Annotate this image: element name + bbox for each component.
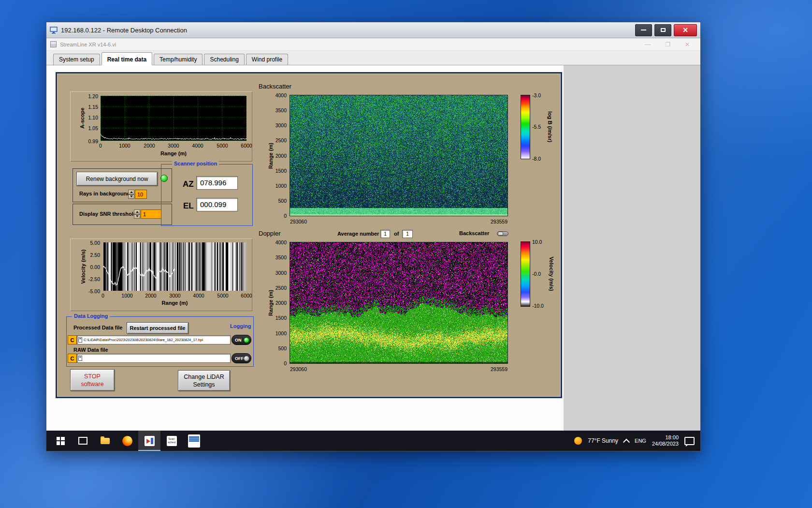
tick-label: 1000: [116, 143, 133, 149]
spinner-up-icon[interactable]: [128, 190, 134, 194]
backscatter-display-toggle[interactable]: [497, 231, 508, 236]
app-title: StreamLine XR v14-6.vi: [60, 42, 116, 47]
tick-label: -10.0: [532, 303, 544, 309]
weather-text[interactable]: 77°F Sunny: [588, 437, 618, 444]
average-number-field[interactable]: 1: [380, 230, 390, 238]
raw-logging-toggle[interactable]: OFF: [232, 353, 251, 363]
close-icon: ✕: [682, 27, 688, 33]
document-lines-icon: [188, 434, 200, 448]
raw-drive-box[interactable]: C: [68, 354, 77, 363]
backscatter-heatmap-canvas: [290, 95, 508, 216]
processed-logging-toggle[interactable]: ON: [232, 335, 251, 345]
rays-spinner[interactable]: [128, 190, 134, 199]
average-count-field: 1: [402, 230, 413, 238]
tick-label: 2000: [276, 153, 287, 159]
spinner-down-icon[interactable]: [128, 194, 134, 199]
toggle-knob: [498, 232, 503, 236]
rays-in-background-label: Rays in background: [79, 191, 130, 196]
start-button[interactable]: [49, 431, 72, 451]
snr-value-field[interactable]: 1: [141, 209, 161, 219]
tick-label: 1.15: [88, 104, 98, 110]
backscatter-x-start: 293060: [290, 219, 307, 224]
tick-label: 2500: [276, 137, 287, 143]
labview-app-icon: [145, 436, 155, 446]
rdp-maximize-button[interactable]: [654, 24, 671, 36]
tab-temp-humidity[interactable]: Temp/humidity: [154, 54, 203, 65]
spinner-down-icon[interactable]: [134, 214, 140, 219]
backscatter-toggle-label: Backscatter: [459, 230, 489, 236]
scanner-position-group: Scanner position AZ 078.996 EL 000.099: [161, 164, 253, 226]
tick-label: 1000: [276, 330, 287, 336]
real-time-data-panel: A-scope 1.20 1.15 1.10 1.05 0.99 0: [56, 72, 562, 398]
spinner-up-icon[interactable]: [134, 209, 140, 214]
tick-label: 1500: [276, 315, 287, 321]
rdp-window: 192.168.0.122 - Remote Desktop Connectio…: [46, 22, 701, 451]
rdp-titlebar[interactable]: 192.168.0.122 - Remote Desktop Connectio…: [46, 22, 700, 38]
data-logging-group: Data Logging Processed Data file Restart…: [66, 316, 254, 367]
a-scope-x-ticks: 0 1000 2000 3000 4000 5000 6000: [101, 143, 246, 149]
processed-path-field[interactable]: C:\LiDAR\Data\Proc\2023\202308\20230824\…: [77, 335, 231, 344]
rays-value-field[interactable]: 10: [135, 190, 147, 199]
off-label: OFF: [235, 356, 244, 361]
tick-label: -5.5: [532, 124, 541, 130]
tray-chevron-up-icon[interactable]: [623, 439, 630, 446]
firefox-button[interactable]: [116, 431, 138, 451]
doppler-x-end: 293559: [478, 366, 508, 372]
scan-schedule-icon: Scan sched: [167, 436, 177, 446]
firefox-icon: [122, 436, 132, 446]
taskbar: Scan sched 77°F Sunny ENG 18:00 24/08/20…: [46, 431, 700, 451]
app-close-button[interactable]: ✕: [685, 42, 690, 47]
stop-software-button[interactable]: STOP software: [70, 369, 115, 391]
streamline-taskbar-button[interactable]: [138, 431, 160, 451]
scan-schedule-button[interactable]: Scan sched: [160, 431, 183, 451]
stop-button-line2: software: [81, 380, 103, 388]
processed-path-text: C:\LiDAR\Data\Proc\2023\202308\20230824\…: [84, 338, 203, 342]
desktop: 192.168.0.122 - Remote Desktop Connectio…: [0, 0, 812, 508]
action-center-icon[interactable]: [684, 437, 695, 445]
tick-label: 1000: [276, 183, 287, 189]
tab-scheduling[interactable]: Scheduling: [204, 54, 244, 65]
backscatter-section-title: Backscatter: [259, 83, 291, 90]
app-titlebar[interactable]: StreamLine XR v14-6.vi — ❐ ✕: [46, 38, 700, 51]
raw-data-file-label: RAW Data file: [73, 347, 108, 353]
language-indicator[interactable]: ENG: [635, 438, 646, 444]
tick-label: 3000: [276, 122, 287, 128]
velocity-y-ticks: 5.00 2.50 0.00 -2.50 -5.00: [86, 242, 101, 291]
tab-wind-profile[interactable]: Wind profile: [246, 54, 288, 65]
change-lidar-settings-button[interactable]: Change LiDAR Settings: [178, 370, 230, 391]
doppler-colorbar-ticks: 10.0 -0.0 -10.0: [532, 241, 551, 307]
file-explorer-button[interactable]: [94, 431, 116, 451]
weather-sun-icon[interactable]: [574, 437, 582, 445]
rdp-minimize-button[interactable]: [635, 24, 652, 36]
velocity-x-axis-label: Range (m): [103, 300, 246, 306]
raw-path-field[interactable]: [77, 354, 231, 363]
app-minimize-button[interactable]: —: [645, 42, 651, 47]
tick-label: 0: [284, 213, 287, 219]
rdp-close-button[interactable]: ✕: [674, 24, 697, 36]
doppler-x-start: 293060: [290, 366, 307, 372]
backscatter-colorbar: [521, 95, 530, 159]
processed-drive-box[interactable]: C: [68, 335, 77, 344]
tab-real-time-data[interactable]: Real time data: [102, 52, 152, 65]
snr-spinner[interactable]: [134, 209, 140, 219]
taskbar-clock[interactable]: 18:00 24/08/2023: [652, 434, 679, 447]
remote-desktop-icon: [50, 27, 58, 34]
tick-label: -3.0: [532, 92, 541, 98]
tick-label: 3000: [167, 293, 183, 299]
folder-icon: [101, 438, 110, 444]
tick-label: 6000: [238, 293, 255, 299]
tick-label: -8.0: [532, 156, 541, 162]
app-window-controls: — ❐ ✕: [645, 42, 696, 47]
restart-processed-file-button[interactable]: Restart processed file: [127, 322, 188, 334]
logging-label: Logging: [230, 323, 251, 329]
renew-background-button[interactable]: Renew background now: [76, 172, 158, 186]
tab-system-setup[interactable]: System setup: [53, 54, 100, 65]
document-app-button[interactable]: [183, 431, 205, 451]
task-view-button[interactable]: [72, 431, 94, 451]
tick-label: 3000: [276, 270, 287, 276]
tick-label: 500: [278, 198, 287, 204]
backscatter-colorbar-label: log B (/m/sr): [547, 111, 553, 142]
velocity-plot-canvas: [103, 242, 246, 291]
scan-icon-text: Scan: [168, 437, 175, 441]
app-restore-button[interactable]: ❐: [665, 42, 670, 47]
